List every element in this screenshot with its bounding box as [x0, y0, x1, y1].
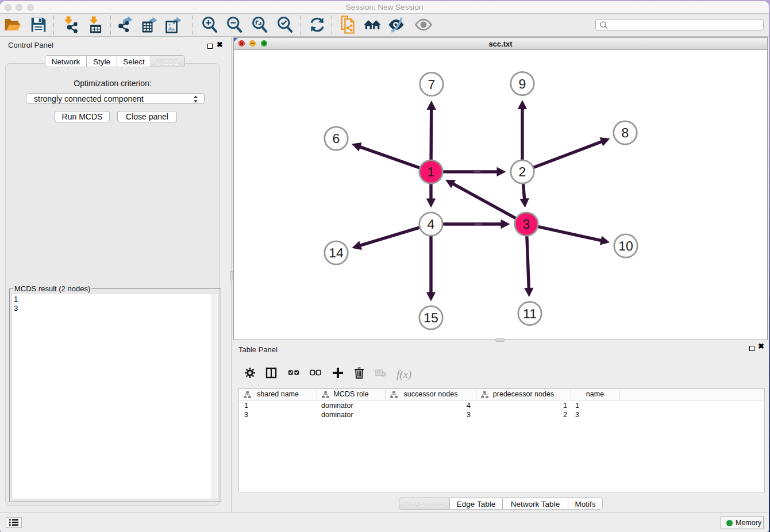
svg-text:8: 8 — [622, 125, 629, 140]
svg-text:2: 2 — [519, 164, 526, 179]
svg-text:9: 9 — [519, 76, 526, 91]
svg-text:10: 10 — [618, 238, 633, 253]
svg-text:15: 15 — [424, 310, 438, 325]
svg-text:11: 11 — [523, 306, 537, 321]
svg-text:3: 3 — [523, 217, 530, 232]
svg-text:4: 4 — [428, 217, 435, 232]
svg-text:7: 7 — [428, 77, 436, 92]
svg-text:1: 1 — [428, 164, 435, 179]
svg-text:6: 6 — [333, 131, 340, 146]
svg-text:14: 14 — [329, 245, 344, 260]
